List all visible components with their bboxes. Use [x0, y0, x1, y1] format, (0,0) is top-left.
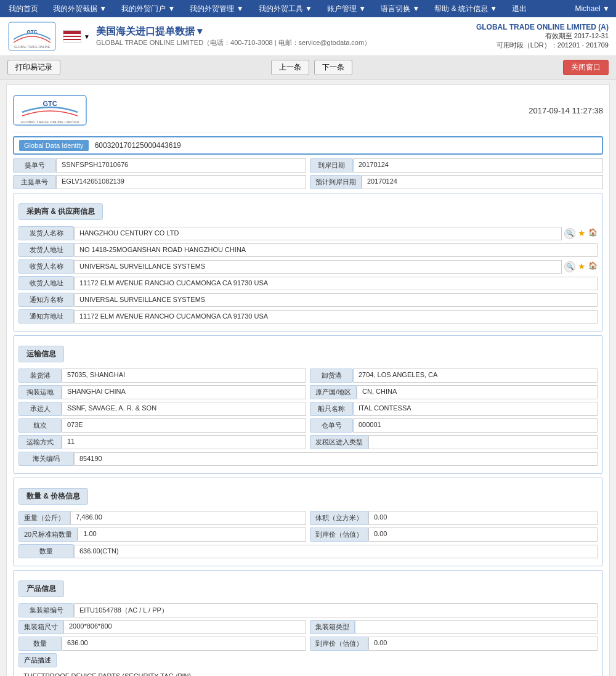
product-row2: 数量 636.00 到岸价（估值） 0.00	[18, 637, 598, 651]
containers-20-value: 1.00	[78, 527, 306, 542]
close-button-top[interactable]: 关闭窗口	[563, 60, 609, 75]
container-no-value: EITU1054788（AC / L / PP）	[74, 603, 598, 617]
transport-section: 运输信息 装货港 57035, SHANGHAI 卸货港 2704, LOS A…	[13, 335, 603, 474]
nav-language[interactable]: 语言切换 ▼	[378, 4, 422, 14]
consignee-name-row: 收货人名称 UNIVERSAL SURVEILLANCE SYSTEMS 🔍 ★…	[18, 259, 598, 274]
company-name: GLOBAL TRADE ONLINE LIMITED (A)	[476, 23, 609, 31]
available-time: 可用时段（LDR）：201201 - 201709	[476, 41, 609, 50]
shipper-addr-row: 发货人地址 NO 1418-25MOGANSHAN ROAD HANGZHOU …	[18, 243, 598, 257]
consignee-search-icon[interactable]: 🔍	[564, 261, 575, 272]
nav-help[interactable]: 帮助 & 统计信息 ▼	[432, 4, 500, 14]
carrier-value: SSNF, SAVAGE, A. R. & SON	[62, 402, 306, 416]
bill-no-field: 提单号 SSNFSPSH17010676	[13, 158, 306, 173]
document-header: GTC GLOBAL TRADE ONLINE LIMITED 2017-09-…	[13, 91, 603, 132]
arrival-date-label: 到岸日期	[310, 158, 353, 173]
prev-button-top[interactable]: 上一条	[271, 60, 309, 75]
unloading-port-value: 2704, LOS ANGELES, CA	[353, 369, 598, 383]
consignee-home-icon[interactable]: 🏠	[588, 261, 598, 272]
doc-logo: GTC GLOBAL TRADE ONLINE LIMITED	[13, 95, 87, 126]
bill-no-label: 提单号	[13, 158, 56, 173]
shipper-home-icon[interactable]: 🏠	[588, 228, 598, 239]
nav-data[interactable]: 我的外贸截据 ▼	[51, 4, 109, 14]
product-qty-label: 数量	[18, 637, 62, 651]
nav-portal[interactable]: 我的外贸门户 ▼	[119, 4, 177, 14]
customs-code-value: 854190	[74, 452, 598, 466]
flag-selector[interactable]: ▼	[63, 30, 90, 43]
vessel-name-label: 船只名称	[310, 402, 353, 416]
nav-account[interactable]: 账户管理 ▼	[325, 4, 368, 14]
master-bill-label: 主提单号	[13, 175, 56, 189]
transport-mode-label: 运输方式	[18, 435, 62, 449]
page-header: GTC GLOBAL TRADE ONLINE ▼ 美国海关进口提单数据 ▾ G…	[0, 17, 616, 56]
top-navigation: 我的首页 我的外贸截据 ▼ 我的外贸门户 ▼ 我的外贸管理 ▼ 我的外贸工具 ▼…	[0, 0, 616, 17]
product-row1: 集装箱尺寸 2000*806*800 集装箱类型	[18, 620, 598, 634]
next-button-top[interactable]: 下一条	[314, 60, 352, 75]
product-arrival-price-label: 到岸价（估值）	[310, 637, 368, 651]
unloading-port-label: 卸货港	[310, 369, 353, 383]
master-bill-field: 主提单号 EGLV142651082139	[13, 175, 306, 189]
bill-no-value: SSNFSPSH17010676	[56, 158, 306, 173]
volume-label: 体积（立方米）	[310, 511, 368, 525]
nav-logout[interactable]: 退出	[509, 4, 529, 14]
consignee-name-value: UNIVERSAL SURVEILLANCE SYSTEMS	[74, 260, 562, 274]
svg-text:GLOBAL TRADE ONLINE LIMITED: GLOBAL TRADE ONLINE LIMITED	[20, 120, 79, 124]
main-document: GTC GLOBAL TRADE ONLINE LIMITED 2017-09-…	[6, 84, 610, 676]
weight-value: 7,486.00	[70, 511, 306, 525]
nav-management[interactable]: 我的外贸管理 ▼	[187, 4, 246, 14]
product-section: 产品信息 集装箱编号 EITU1054788（AC / L / PP） 集装箱尺…	[13, 570, 603, 676]
logo: GTC GLOBAL TRADE ONLINE	[7, 21, 57, 52]
svg-text:GLOBAL TRADE ONLINE: GLOBAL TRADE ONLINE	[14, 45, 51, 49]
container-no-label: 集装箱编号	[18, 603, 74, 617]
weight-label: 重量（公斤）	[18, 511, 70, 525]
container-size-value: 2000*806*800	[63, 620, 306, 634]
shipper-star-icon[interactable]: ★	[578, 228, 586, 239]
notify-addr-row: 通知方地址 11172 ELM AVENUE RANCHO CUCAMONGA …	[18, 309, 598, 324]
product-desc-label-row: 产品描述	[18, 653, 598, 667]
container-no-row: 集装箱编号 EITU1054788（AC / L / PP）	[18, 603, 598, 617]
voyage-value: 073E	[62, 418, 306, 433]
consignee-addr-label: 收货人地址	[18, 276, 74, 290]
transport-row5: 运输方式 11 发税区进入类型	[18, 435, 598, 449]
notify-name-label: 通知方名称	[18, 293, 74, 307]
quantity-qty-label: 数量	[18, 544, 74, 558]
arrival-date-field: 到岸日期 20170124	[310, 158, 603, 173]
origin-country-value: CN, CHINA	[357, 385, 598, 399]
quantity-price-title: 数量 & 价格信息	[18, 488, 88, 505]
nav-tools[interactable]: 我的外贸工具 ▼	[256, 4, 315, 14]
print-button-top[interactable]: 打印易记录	[7, 60, 60, 75]
product-arrival-price-value: 0.00	[368, 637, 598, 651]
shipper-name-label: 发货人名称	[18, 226, 74, 240]
top-toolbar: 打印易记录 上一条 下一条 关闭窗口	[0, 56, 616, 79]
consignee-addr-row: 收货人地址 11172 ELM AVENUE RANCHO CUCAMONGA …	[18, 276, 598, 290]
page-subtitle: GLOBAL TRADE ONLINE LIMITED（电话：400-710-3…	[96, 38, 371, 47]
loading-place-value: SHANGHAI CHINA	[62, 385, 306, 399]
shipper-addr-value: NO 1418-25MOGANSHAN ROAD HANGZHOU CHINA	[74, 243, 598, 257]
us-flag	[63, 30, 81, 43]
shipper-addr-label: 发货人地址	[18, 243, 74, 257]
origin-country-label: 原产国/地区	[310, 385, 357, 399]
product-desc-label: 产品描述	[18, 653, 57, 667]
svg-text:GTC: GTC	[43, 100, 57, 107]
arrival-price-qty-value: 0.00	[368, 527, 598, 542]
quantity-price-section: 数量 & 价格信息 重量（公斤） 7,486.00 体积（立方米） 0.00 2…	[13, 478, 603, 566]
nav-home[interactable]: 我的首页	[6, 4, 41, 14]
est-arrival-label: 预计到岸日期	[310, 175, 362, 189]
master-bill-value: EGLV142651082139	[56, 175, 306, 189]
loading-place-label: 掏装运地	[18, 385, 62, 399]
transport-row2: 掏装运地 SHANGHAI CHINA 原产国/地区 CN, CHINA	[18, 385, 598, 399]
consignee-star-icon[interactable]: ★	[578, 261, 586, 272]
user-info[interactable]: Michael ▼	[575, 4, 610, 13]
transport-title: 运输信息	[18, 346, 64, 362]
transport-row3: 承运人 SSNF, SAVAGE, A. R. & SON 船只名称 ITAL …	[18, 402, 598, 416]
flag-dropdown-icon[interactable]: ▼	[84, 33, 90, 40]
transport-mode-value: 11	[62, 435, 306, 449]
shipper-search-icon[interactable]: 🔍	[564, 228, 575, 239]
consignee-name-label: 收货人名称	[18, 259, 74, 274]
page-title-area: 美国海关进口提单数据 ▾ GLOBAL TRADE ONLINE LIMITED…	[96, 25, 371, 47]
container-size-label: 集装箱尺寸	[18, 620, 63, 634]
notify-name-row: 通知方名称 UNIVERSAL SURVEILLANCE SYSTEMS	[18, 293, 598, 307]
notify-addr-value: 11172 ELM AVENUE RANCHO CUCAMONGA CA 917…	[74, 310, 598, 324]
qty-row2: 20尺标准箱数量 1.00 到岸价（估值） 0.00	[18, 527, 598, 542]
free-zone-value	[368, 435, 598, 449]
qty-row1: 重量（公斤） 7,486.00 体积（立方米） 0.00	[18, 511, 598, 525]
